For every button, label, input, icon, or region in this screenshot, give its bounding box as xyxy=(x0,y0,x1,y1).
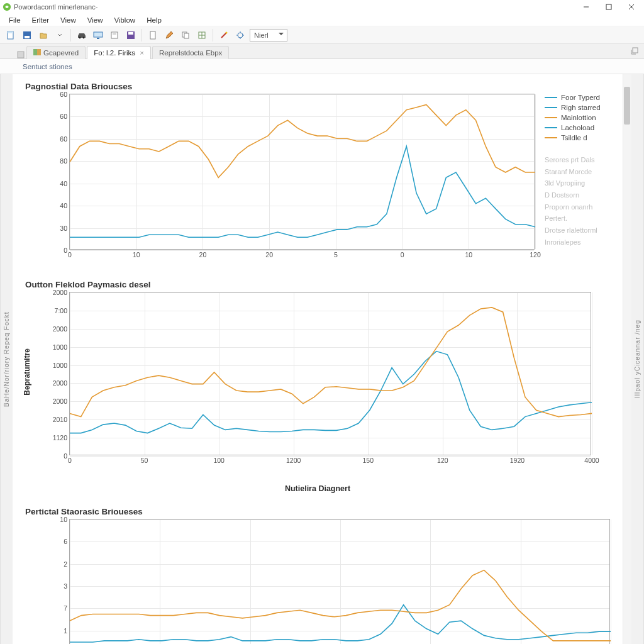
plot-box: 20007:0020001000100020002000201011200050… xyxy=(44,292,591,472)
menu-view[interactable]: View xyxy=(55,15,81,25)
side-panel-item[interactable]: Pertert. xyxy=(545,213,601,225)
side-panel-item[interactable]: Drotse rlalettorml xyxy=(545,225,601,236)
svg-rect-20 xyxy=(18,52,24,58)
popout-icon[interactable] xyxy=(630,47,639,55)
main-body: BaHe/Nor/riory Repeq Fockt Pagnostial Da… xyxy=(0,74,644,644)
copy-icon[interactable] xyxy=(179,28,192,42)
side-panel-item[interactable]: Inrorialepes xyxy=(545,236,601,248)
new-file-icon[interactable] xyxy=(4,28,18,42)
toolbar-select[interactable]: Nierl xyxy=(250,29,287,42)
legend-swatch xyxy=(545,137,557,138)
chart-title: Pertictal Staorasic Brioueses xyxy=(25,507,616,516)
monitor-icon[interactable] xyxy=(91,28,105,42)
right-rail[interactable]: Illpaol yCiceannar /neg xyxy=(631,74,644,644)
disk-icon[interactable] xyxy=(124,28,138,42)
y-tick: 3 xyxy=(64,582,70,590)
y-tick: 40 xyxy=(60,180,70,187)
chart-series xyxy=(70,94,535,250)
svg-rect-3 xyxy=(8,31,13,33)
car-icon[interactable] xyxy=(75,28,89,42)
y-tick: 10 xyxy=(60,516,70,523)
y-tick: 2000 xyxy=(53,325,70,333)
series-orange xyxy=(70,570,611,641)
plot-area[interactable]: 60606080404030001020205010120 xyxy=(69,94,535,250)
menu-help[interactable]: Help xyxy=(142,15,167,25)
wand-icon[interactable] xyxy=(217,28,231,42)
svg-rect-16 xyxy=(184,33,189,38)
close-icon[interactable]: × xyxy=(140,49,144,57)
x-tick: 100 xyxy=(213,455,225,464)
tab-reports[interactable]: Reprelstdocta Ebpx xyxy=(152,46,229,59)
legend-swatch xyxy=(545,107,557,108)
plot-area[interactable]: 10623711010001001510519401560019500 xyxy=(69,519,610,644)
close-button[interactable] xyxy=(620,0,643,14)
plot-box: 60606080404030001020205010120 xyxy=(44,94,535,266)
chart-block: Outton Fleklod Paymasic desel20007:00200… xyxy=(44,280,616,493)
menu-view-2[interactable]: View xyxy=(82,15,108,25)
plot-area[interactable]: 20007:0020001000100020002000201011200050… xyxy=(69,292,591,455)
tool-icon[interactable] xyxy=(233,28,247,42)
menu-file[interactable]: File xyxy=(4,15,26,25)
side-panel-item[interactable]: 3ld Vpropiing xyxy=(545,177,601,189)
x-tick: 120 xyxy=(530,249,541,258)
x-tick: 5 xyxy=(334,249,338,258)
scrollbar-thumb[interactable] xyxy=(624,87,630,125)
side-panel-list: Serores prt DalsStaranf Morcde3ld Vpropi… xyxy=(545,154,601,248)
y-tick: 2000 xyxy=(53,397,70,405)
chart-series xyxy=(70,292,592,456)
svg-rect-23 xyxy=(633,48,638,53)
x-tick: 0 xyxy=(68,249,72,258)
legend-item[interactable]: Lachoload xyxy=(545,124,601,131)
minimize-button[interactable] xyxy=(575,0,597,14)
x-tick: 120 xyxy=(437,455,448,464)
y-tick: 7 xyxy=(64,604,70,612)
side-panel-item[interactable]: Serores prt Dals xyxy=(545,154,601,166)
page-icon[interactable] xyxy=(146,28,160,42)
sep xyxy=(213,29,213,42)
x-tick: 1200 xyxy=(286,455,301,464)
preview-icon[interactable] xyxy=(108,28,121,42)
grid-icon[interactable] xyxy=(195,28,209,42)
window-title: Powordacontl minerlenanc- xyxy=(14,3,97,11)
left-rail[interactable]: BaHe/Nor/riory Repeq Fockt xyxy=(0,74,13,644)
side-panel-item[interactable]: D Dostsorn xyxy=(545,189,601,201)
tab-captured[interactable]: Gcapevred xyxy=(26,46,86,59)
chart-title: Pagnostial Data Brioucses xyxy=(25,82,616,91)
tab-lead-icon[interactable] xyxy=(15,51,26,58)
svg-rect-22 xyxy=(37,49,41,55)
legend-label: Mainlottion xyxy=(561,114,596,121)
x-tick: 1920 xyxy=(510,455,525,464)
legend-swatch xyxy=(545,97,557,98)
svg-rect-5 xyxy=(25,36,30,38)
maximize-button[interactable] xyxy=(597,0,620,14)
x-tick: 0 xyxy=(401,249,404,258)
menu-editor[interactable]: Erlter xyxy=(27,15,54,25)
legend: Foor TyperdRigh starredMainlottionLachol… xyxy=(545,94,601,248)
side-panel-item[interactable]: Proporn onanrh xyxy=(545,201,601,213)
tab-label: Fo: l.2. Firiks xyxy=(94,49,135,57)
y-tick: 1120 xyxy=(53,434,70,441)
edit-icon[interactable] xyxy=(162,28,176,42)
legend-item[interactable]: Foor Typerd xyxy=(545,94,601,101)
svg-rect-11 xyxy=(113,33,116,35)
svg-rect-8 xyxy=(94,32,103,37)
open-icon[interactable] xyxy=(36,28,50,42)
save-icon[interactable] xyxy=(20,28,34,42)
legend-item[interactable]: Righ starred xyxy=(545,104,601,111)
side-panel-item[interactable]: Staranf Morcde xyxy=(545,166,601,178)
y-tick: 60 xyxy=(60,91,70,98)
legend-item[interactable]: Tsildle d xyxy=(545,134,601,142)
scrollbar[interactable] xyxy=(623,74,631,644)
toolbar: Nierl xyxy=(0,26,644,44)
menu-window[interactable]: Viblow xyxy=(109,15,140,25)
chevron-down-icon[interactable] xyxy=(53,28,67,42)
tab-figure[interactable]: Fo: l.2. Firiks × xyxy=(87,46,151,59)
legend-item[interactable]: Mainlottion xyxy=(545,114,601,121)
chart-title: Outton Fleklod Paymasic desel xyxy=(25,280,616,289)
plot-box: 10623711010001001510519401560019500 xyxy=(44,519,610,644)
menubar: File Erlter View View Viblow Help xyxy=(0,14,644,26)
x-tick: 4000 xyxy=(584,455,599,464)
tab-label: Gcapevred xyxy=(43,49,79,57)
x-tick: 50 xyxy=(141,455,148,464)
y-tick: 40 xyxy=(60,202,70,209)
